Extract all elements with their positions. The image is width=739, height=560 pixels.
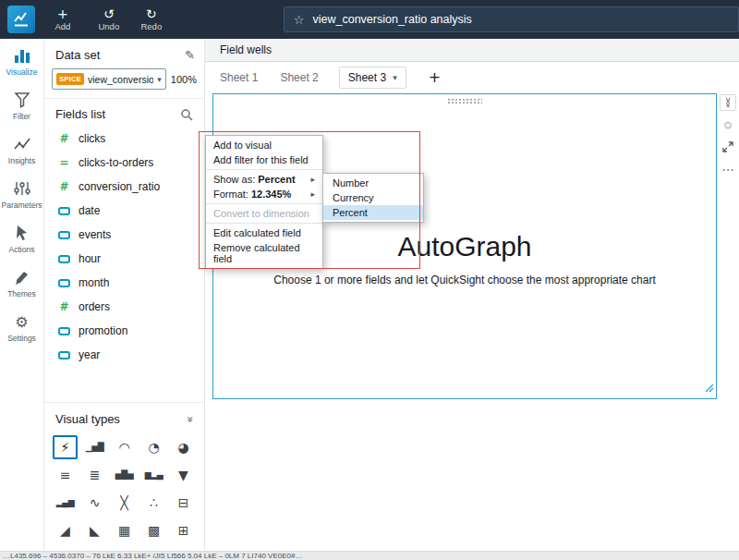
menu-item-show-as[interactable]: Show as:Percent ▸ [206,172,322,187]
rail-label-insights: Insights [8,156,35,165]
edit-dataset-pencil-icon[interactable]: ✎ [185,48,195,62]
redo-button[interactable]: ↻ Redo [132,0,171,39]
sliders-icon [13,179,31,198]
visual-type-table-icon[interactable]: ▦ [112,518,137,542]
visual-type-scatter-icon[interactable]: ∴ [141,491,166,515]
field-item-date[interactable]: date [44,199,204,223]
visual-type-gauge-icon[interactable]: ◠ [112,435,137,459]
menu-item-remove-calculated-field[interactable]: Remove calculated field [206,240,322,266]
field-wells-label: Field wells [220,43,272,56]
funnel-icon [13,91,31,109]
field-item-events[interactable]: events [44,223,204,247]
visual-type-stacked-area-icon[interactable]: ◣ [82,518,107,542]
visual-drag-handle-icon[interactable] [447,98,482,104]
chevron-down-icon[interactable]: ▾ [393,73,397,82]
sheet-tabs: Sheet 1 Sheet 2 Sheet 3 ▾ + [205,62,739,92]
quicksight-logo-icon [7,6,35,33]
expand-visual-icon[interactable] [720,139,736,155]
tab-sheet-1[interactable]: Sheet 1 [218,67,260,89]
field-label: clicks-to-orders [79,156,153,169]
visual-type-horizontal-bar-icon[interactable]: ≡ [53,463,78,487]
menu-item-format[interactable]: Format:12.345% ▸ [206,187,322,201]
submenu-arrow-icon: ▸ [310,174,315,185]
submenu-item-currency[interactable]: Currency [323,190,423,205]
submenu-item-number[interactable]: Number [323,176,423,190]
browser-status-bar: …L435.696 – 4536.0370 – 76 LkE 6.33 LkE+… [0,551,739,560]
field-item-month[interactable]: month [44,271,204,295]
submenu-item-percent[interactable]: Percent [323,205,423,220]
visual-type-autograph-icon[interactable]: ⚡ [53,435,78,459]
collapse-visual-icon[interactable]: ∨∨ [720,94,736,111]
dimension-icon [57,351,71,359]
calculated-field-icon: = [57,156,71,169]
visual-type-pie-icon[interactable]: ◕ [171,435,196,459]
visual-type-heatmap-icon[interactable]: ▩ [141,518,166,542]
menu-item-edit-calculated-field[interactable]: Edit calculated field [206,225,322,240]
rail-item-actions[interactable]: Actions [0,216,43,261]
menu-item-add-filter[interactable]: Add filter for this field [206,152,322,167]
visual-type-waterfall-icon[interactable]: ▆▂▄ [141,463,166,487]
field-label: events [79,228,111,241]
rail-item-insights[interactable]: Insights [0,128,43,172]
field-label: clicks [79,132,105,145]
quicksight-logo[interactable] [0,0,43,39]
visual-type-line-icon[interactable]: ∿ [82,491,107,515]
rail-item-filter[interactable]: Filter [0,83,43,128]
collapse-double-chevron-icon[interactable]: » [183,416,196,422]
field-item-conversion-ratio[interactable]: # conversion_ratio [44,175,204,199]
field-item-promotion[interactable]: promotion [44,319,204,343]
anchor-circle-icon[interactable]: ○ [720,116,736,133]
tab-sheet-2[interactable]: Sheet 2 [278,67,320,89]
field-wells-bar[interactable]: Field wells [205,39,739,62]
visual-type-box-plot-icon[interactable]: ⊟ [171,491,196,515]
paint-brush-icon [13,268,31,286]
analysis-title-bar[interactable]: ☆ view_conversion_ratio analysis [284,6,739,32]
visual-type-area-icon[interactable]: ◢ [53,518,78,542]
visual-type-donut-icon[interactable]: ◔ [141,435,166,459]
rail-label-themes: Themes [7,289,36,298]
tab-sheet-3-label: Sheet 3 [348,71,386,84]
visual-type-funnel-icon[interactable]: ▼ [171,463,196,487]
undo-icon: ↺ [103,7,115,21]
dimension-icon [57,231,71,239]
field-item-clicks-to-orders[interactable]: = clicks-to-orders [44,151,204,175]
visual-menu-ellipsis-icon[interactable]: ⋯ [720,161,736,177]
visual-type-vertical-bar-icon[interactable]: ▁▅█ [82,435,107,459]
main-area: Field wells Sheet 1 Sheet 2 Sheet 3 ▾ + … [205,39,739,551]
rail-item-settings[interactable]: ⚙ Settings [0,305,43,349]
menu-item-add-to-visual[interactable]: Add to visual [206,138,322,152]
field-context-menu: Add to visual Add filter for this field … [205,135,323,269]
field-item-clicks[interactable]: # clicks [44,127,204,151]
spice-percent: 100% [171,74,197,85]
analysis-title: view_conversion_ratio analysis [312,13,471,26]
dataset-dropdown[interactable]: SPICE view_conversio... ▾ [52,68,166,90]
field-label: orders [79,300,110,313]
rail-item-themes[interactable]: Themes [0,261,43,305]
visual-type-horizontal-stacked-icon[interactable]: ≣ [82,463,107,487]
add-button-label: Add [55,21,70,31]
undo-button[interactable]: ↺ Undo [90,0,128,39]
resize-handle-icon[interactable] [705,380,714,396]
field-item-year[interactable]: year [44,343,204,367]
top-bar: + Add ↺ Undo ↻ Redo ☆ view_conversion_ra… [0,0,739,39]
plus-icon: + [57,7,68,21]
rail-item-visualize[interactable]: Visualize [0,39,43,83]
visual-type-pivot-table-icon[interactable]: ⊞ [171,518,196,542]
dataset-header: Data set [55,48,100,62]
chevron-down-icon: ▾ [157,75,162,84]
star-icon[interactable]: ☆ [294,13,305,27]
dimension-icon [57,327,71,335]
field-item-hour[interactable]: hour [44,247,204,271]
add-button[interactable]: + Add [43,0,82,39]
field-item-orders[interactable]: # orders [44,295,204,319]
visual-type-clustered-bar-icon[interactable]: ▂▄▆ [53,491,78,515]
search-icon[interactable] [180,108,193,121]
visual-type-combo-icon[interactable]: ╳ [112,491,137,515]
dimension-icon [57,207,71,215]
add-sheet-button[interactable]: + [425,68,444,86]
visual-type-vertical-stacked-icon[interactable]: ▅█▅ [112,463,137,487]
rail-item-parameters[interactable]: Parameters [0,172,43,216]
tab-sheet-3[interactable]: Sheet 3 ▾ [339,67,406,89]
rail-label-settings: Settings [7,334,36,343]
field-label: conversion_ratio [79,180,160,193]
